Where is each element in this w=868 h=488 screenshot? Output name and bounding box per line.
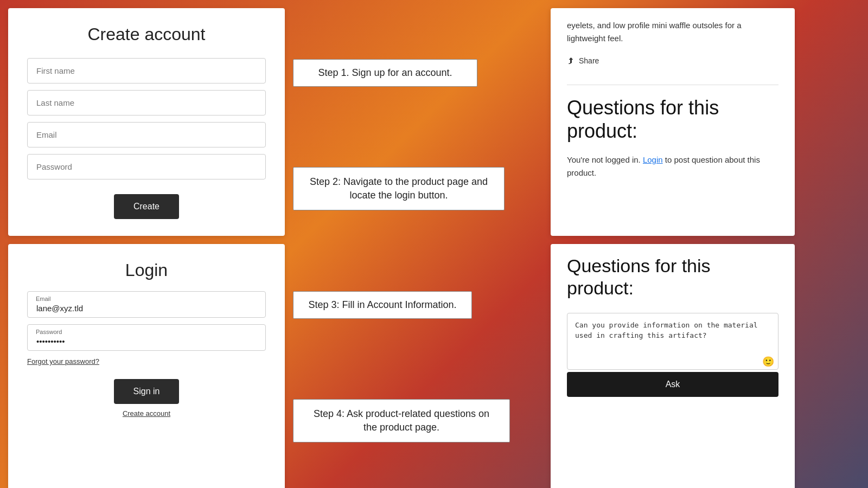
first-name-input[interactable]: [27, 58, 266, 84]
last-name-input[interactable]: [27, 90, 266, 115]
product-top-panel: eyelets, and low profile mini waffle out…: [551, 8, 795, 236]
sign-in-button[interactable]: Sign in: [114, 379, 179, 404]
login-title: Login: [125, 260, 168, 280]
forgot-password-link[interactable]: Forgot your password?: [27, 357, 99, 365]
product-description: eyelets, and low profile mini waffle out…: [567, 19, 778, 45]
divider: [567, 85, 778, 85]
password-label: Password: [36, 329, 62, 335]
create-account-panel: Create account Create: [8, 8, 285, 236]
password-group: Password: [27, 324, 266, 351]
login-link[interactable]: Login: [643, 155, 663, 164]
email-input[interactable]: [27, 122, 266, 147]
create-account-title: Create account: [87, 24, 205, 44]
step-2-box: Step 2: Navigate to the product page and…: [293, 167, 505, 210]
email-group: Email: [27, 291, 266, 318]
create-button[interactable]: Create: [114, 194, 179, 219]
steps-column: Step 1. Sign up for an account. Step 2: …: [293, 8, 542, 488]
step-1-box: Step 1. Sign up for an account.: [293, 59, 477, 87]
share-button[interactable]: ⮭ Share: [567, 56, 778, 66]
step-3-box: Step 3: Fill in Account Information.: [293, 291, 472, 319]
create-account-link[interactable]: Create account: [123, 409, 170, 418]
product-bottom-panel: Questions for this product: 🙂 Ask: [551, 244, 795, 488]
questions-heading-bottom: Questions for this product:: [567, 255, 778, 299]
login-email-input[interactable]: [27, 291, 266, 318]
share-icon: ⮭: [567, 56, 576, 66]
ask-button[interactable]: Ask: [567, 372, 778, 397]
not-logged-text: You're not logged in. Login to post ques…: [567, 153, 778, 179]
password-input[interactable]: [27, 154, 266, 179]
step-4-box: Step 4: Ask product-related questions on…: [293, 399, 510, 442]
login-password-input[interactable]: [27, 324, 266, 351]
question-textarea-wrapper: 🙂: [567, 313, 778, 372]
questions-heading-top: Questions for this product:: [567, 96, 778, 143]
question-textarea[interactable]: [567, 313, 778, 370]
login-panel: Login Email Password Forgot your passwor…: [8, 244, 285, 488]
emoji-icon: 🙂: [762, 356, 774, 368]
email-label: Email: [36, 296, 51, 302]
